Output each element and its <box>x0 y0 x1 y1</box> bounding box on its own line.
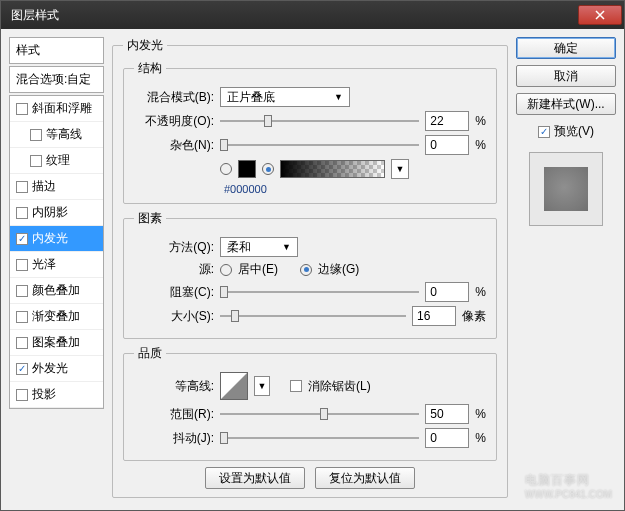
style-checkbox[interactable] <box>30 129 42 141</box>
technique-value: 柔和 <box>227 239 251 256</box>
color-swatch[interactable] <box>238 160 256 178</box>
chevron-down-icon: ▼ <box>334 92 343 102</box>
chevron-down-icon: ▼ <box>258 381 267 391</box>
source-edge-label: 边缘(G) <box>318 261 359 278</box>
chevron-down-icon: ▼ <box>396 164 405 174</box>
antialias-checkbox[interactable] <box>290 380 302 392</box>
style-item-label: 内发光 <box>32 230 68 247</box>
style-item[interactable]: 斜面和浮雕 <box>10 96 103 122</box>
style-item-label: 内阴影 <box>32 204 68 221</box>
range-label: 范围(R): <box>134 406 214 423</box>
layer-style-dialog: 图层样式 样式 混合选项:自定 斜面和浮雕等高线纹理描边内阴影内发光光泽颜色叠加… <box>0 0 625 511</box>
blend-options-header[interactable]: 混合选项:自定 <box>9 66 104 93</box>
window-title: 图层样式 <box>11 7 59 24</box>
style-checkbox[interactable] <box>30 155 42 167</box>
style-item[interactable]: 纹理 <box>10 148 103 174</box>
structure-group: 结构 混合模式(B): 正片叠底 ▼ 不透明度(O): % <box>123 60 497 204</box>
close-icon <box>595 10 605 20</box>
noise-slider[interactable] <box>220 138 419 152</box>
opacity-slider[interactable] <box>220 114 419 128</box>
style-item-label: 投影 <box>32 386 56 403</box>
style-item-label: 斜面和浮雕 <box>32 100 92 117</box>
size-slider[interactable] <box>220 309 406 323</box>
style-item[interactable]: 内发光 <box>10 226 103 252</box>
contour-label: 等高线: <box>134 378 214 395</box>
style-item-label: 光泽 <box>32 256 56 273</box>
style-checkbox[interactable] <box>16 285 28 297</box>
contour-dropdown[interactable]: ▼ <box>254 376 270 396</box>
jitter-label: 抖动(J): <box>134 430 214 447</box>
source-edge-radio[interactable] <box>300 264 312 276</box>
noise-label: 杂色(N): <box>134 137 214 154</box>
range-unit: % <box>475 407 486 421</box>
jitter-input[interactable] <box>425 428 469 448</box>
settings-panel: 内发光 结构 混合模式(B): 正片叠底 ▼ 不透明度(O): <box>112 37 508 502</box>
new-style-button[interactable]: 新建样式(W)... <box>516 93 616 115</box>
styles-header[interactable]: 样式 <box>9 37 104 64</box>
range-input[interactable] <box>425 404 469 424</box>
ok-button[interactable]: 确定 <box>516 37 616 59</box>
style-checkbox[interactable] <box>16 259 28 271</box>
cancel-button[interactable]: 取消 <box>516 65 616 87</box>
choke-input[interactable] <box>425 282 469 302</box>
style-item[interactable]: 描边 <box>10 174 103 200</box>
style-checkbox[interactable] <box>16 103 28 115</box>
preview-swatch <box>544 167 588 211</box>
preview-box <box>529 152 603 226</box>
jitter-slider[interactable] <box>220 431 419 445</box>
noise-input[interactable] <box>425 135 469 155</box>
gradient-picker[interactable] <box>280 160 385 178</box>
opacity-label: 不透明度(O): <box>134 113 214 130</box>
style-item[interactable]: 光泽 <box>10 252 103 278</box>
panel-title: 内发光 <box>123 37 167 54</box>
solid-color-radio[interactable] <box>220 163 232 175</box>
choke-unit: % <box>475 285 486 299</box>
make-default-button[interactable]: 设置为默认值 <box>205 467 305 489</box>
style-item[interactable]: 颜色叠加 <box>10 278 103 304</box>
style-item-label: 描边 <box>32 178 56 195</box>
style-checkbox[interactable] <box>16 389 28 401</box>
size-input[interactable] <box>412 306 456 326</box>
style-item[interactable]: 图案叠加 <box>10 330 103 356</box>
style-item-label: 图案叠加 <box>32 334 80 351</box>
preview-checkbox[interactable] <box>538 126 550 138</box>
choke-slider[interactable] <box>220 285 419 299</box>
style-item-label: 纹理 <box>46 152 70 169</box>
style-item[interactable]: 渐变叠加 <box>10 304 103 330</box>
style-item-label: 渐变叠加 <box>32 308 80 325</box>
style-checkbox[interactable] <box>16 181 28 193</box>
style-checkbox[interactable] <box>16 363 28 375</box>
range-slider[interactable] <box>220 407 419 421</box>
elements-legend: 图素 <box>134 210 166 227</box>
style-item-label: 颜色叠加 <box>32 282 80 299</box>
style-checkbox[interactable] <box>16 311 28 323</box>
preview-label: 预览(V) <box>554 123 594 140</box>
quality-legend: 品质 <box>134 345 166 362</box>
blend-mode-dropdown[interactable]: 正片叠底 ▼ <box>220 87 350 107</box>
technique-dropdown[interactable]: 柔和 ▼ <box>220 237 298 257</box>
gradient-radio[interactable] <box>262 163 274 175</box>
style-list: 斜面和浮雕等高线纹理描边内阴影内发光光泽颜色叠加渐变叠加图案叠加外发光投影 <box>9 95 104 409</box>
source-center-radio[interactable] <box>220 264 232 276</box>
contour-picker[interactable] <box>220 372 248 400</box>
style-checkbox[interactable] <box>16 233 28 245</box>
size-label: 大小(S): <box>134 308 214 325</box>
style-item[interactable]: 等高线 <box>10 122 103 148</box>
style-checkbox[interactable] <box>16 207 28 219</box>
reset-default-button[interactable]: 复位为默认值 <box>315 467 415 489</box>
style-item[interactable]: 内阴影 <box>10 200 103 226</box>
style-item[interactable]: 投影 <box>10 382 103 408</box>
close-button[interactable] <box>578 5 622 25</box>
opacity-input[interactable] <box>425 111 469 131</box>
style-item-label: 等高线 <box>46 126 82 143</box>
gradient-dropdown[interactable]: ▼ <box>391 159 409 179</box>
quality-group: 品质 等高线: ▼ 消除锯齿(L) 范围(R): % <box>123 345 497 461</box>
style-item-label: 外发光 <box>32 360 68 377</box>
source-label: 源: <box>134 261 214 278</box>
size-unit: 像素 <box>462 308 486 325</box>
elements-group: 图素 方法(Q): 柔和 ▼ 源: 居中(E) 边缘 <box>123 210 497 339</box>
style-checkbox[interactable] <box>16 337 28 349</box>
style-item[interactable]: 外发光 <box>10 356 103 382</box>
choke-label: 阻塞(C): <box>134 284 214 301</box>
antialias-label: 消除锯齿(L) <box>308 378 371 395</box>
